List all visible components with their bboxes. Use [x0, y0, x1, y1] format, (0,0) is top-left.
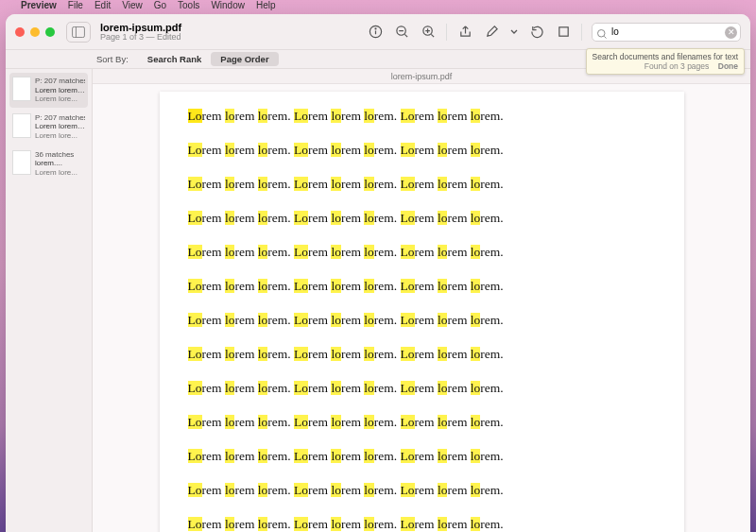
preview-window: lorem-ipsum.pdf Page 1 of 3 — Edited ✕ S…	[6, 14, 750, 532]
search-highlight: Lo	[401, 381, 415, 395]
search-highlight: lo	[438, 313, 448, 327]
search-result-item[interactable]: P: 207 matchesLorem lorem lorem....Lorem…	[9, 73, 88, 108]
search-highlight: lo	[438, 279, 448, 293]
text-line: Lorem lorem lorem. Lorem lorem lorem. Lo…	[188, 347, 656, 362]
text-line: Lorem lorem lorem. Lorem lorem lorem. Lo…	[188, 483, 656, 498]
search-highlight: lo	[364, 347, 374, 361]
menu-view[interactable]: View	[122, 0, 143, 10]
svg-rect-0	[73, 26, 85, 37]
search-highlight: lo	[331, 245, 341, 259]
search-highlight: lo	[258, 279, 268, 293]
search-highlight: Lo	[401, 143, 415, 157]
search-highlight: Lo	[401, 483, 415, 497]
minimize-button[interactable]	[30, 27, 40, 37]
search-highlight: lo	[438, 109, 448, 123]
search-highlight: lo	[258, 177, 268, 191]
search-highlight: lo	[225, 177, 235, 191]
markup-icon[interactable]	[483, 24, 500, 41]
search-highlight: Lo	[401, 245, 415, 259]
share-icon[interactable]	[456, 24, 473, 41]
menu-window[interactable]: Window	[211, 0, 245, 10]
search-highlight: Lo	[188, 381, 202, 395]
search-highlight: lo	[331, 143, 341, 157]
zoom-out-icon[interactable]	[393, 24, 410, 41]
close-button[interactable]	[15, 27, 25, 37]
search-highlight: Lo	[401, 279, 415, 293]
search-highlight: lo	[225, 415, 235, 429]
search-highlight: Lo	[188, 245, 202, 259]
search-highlight: lo	[225, 347, 235, 361]
result-snippet: Lorem lore...	[35, 168, 77, 178]
search-highlight: lo	[225, 313, 235, 327]
search-highlight: lo	[225, 245, 235, 259]
search-result-item[interactable]: P: 207 matchesLorem lorem lorem....Lorem…	[9, 110, 88, 145]
search-highlight: Lo	[188, 143, 202, 157]
titlebar: lorem-ipsum.pdf Page 1 of 3 — Edited ✕	[6, 14, 750, 50]
search-highlight: lo	[438, 517, 448, 531]
search-highlight: lo	[471, 211, 481, 225]
svg-line-14	[604, 36, 606, 38]
search-highlight: lo	[258, 347, 268, 361]
search-highlight: Lo	[294, 483, 308, 497]
search-highlight: Lo	[294, 313, 308, 327]
sort-rank-button[interactable]: Search Rank	[138, 52, 212, 66]
search-highlight: lo	[331, 313, 341, 327]
search-input[interactable]	[611, 26, 723, 37]
menu-go[interactable]: Go	[154, 0, 166, 10]
menu-edit[interactable]: Edit	[94, 0, 111, 10]
zoom-in-icon[interactable]	[420, 24, 437, 41]
tooltip-done[interactable]: Done	[718, 61, 738, 71]
search-highlight: lo	[364, 313, 374, 327]
search-highlight: lo	[331, 483, 341, 497]
search-highlight: Lo	[188, 177, 202, 191]
search-result-item[interactable]: 36 matcheslorem....Lorem lore...	[9, 146, 88, 181]
rotate-icon[interactable]	[528, 24, 545, 41]
info-icon[interactable]	[367, 24, 384, 41]
fullscreen-button[interactable]	[45, 27, 55, 37]
result-match-count: 36 matches	[35, 150, 77, 160]
window-title: lorem-ipsum.pdf	[100, 22, 181, 33]
pdf-page: Lorem lorem lorem. Lorem lorem lorem. Lo…	[160, 92, 684, 532]
menu-file[interactable]: File	[68, 0, 83, 10]
search-highlight: lo	[471, 143, 481, 157]
menu-help[interactable]: Help	[256, 0, 276, 10]
text-line: Lorem lorem lorem. Lorem lorem lorem. Lo…	[188, 449, 656, 464]
text-line: Lorem lorem lorem. Lorem lorem lorem. Lo…	[188, 279, 656, 294]
search-highlight: lo	[331, 279, 341, 293]
search-highlight: lo	[258, 313, 268, 327]
menu-tools[interactable]: Tools	[178, 0, 199, 10]
chevron-down-icon[interactable]	[509, 24, 519, 41]
search-highlight: Lo	[401, 177, 415, 191]
search-highlight: lo	[331, 449, 341, 463]
text-line: Lorem lorem lorem. Lorem lorem lorem. Lo…	[188, 211, 656, 226]
search-highlight: lo	[471, 347, 481, 361]
search-highlight: Lo	[401, 211, 415, 225]
search-highlight: Lo	[294, 449, 308, 463]
page-thumbnail-icon	[12, 77, 31, 101]
search-highlight: lo	[225, 517, 235, 531]
search-highlight: lo	[364, 211, 374, 225]
search-highlight: lo	[225, 109, 235, 123]
page-scroll-area[interactable]: Lorem lorem lorem. Lorem lorem lorem. Lo…	[93, 84, 750, 532]
search-highlight: lo	[258, 517, 268, 531]
search-highlight: lo	[364, 109, 374, 123]
svg-point-4	[375, 28, 376, 29]
search-highlight: lo	[225, 279, 235, 293]
search-highlight: Lo	[401, 313, 415, 327]
search-highlight: Lo	[188, 483, 202, 497]
search-highlight: lo	[471, 245, 481, 259]
search-highlight: lo	[438, 449, 448, 463]
menu-app[interactable]: Preview	[21, 0, 57, 10]
search-highlight: lo	[364, 449, 374, 463]
search-highlight: lo	[258, 449, 268, 463]
search-highlight: Lo	[294, 381, 308, 395]
search-highlight: Lo	[188, 109, 202, 123]
search-highlight: lo	[438, 245, 448, 259]
sidebar-toggle-button[interactable]	[66, 22, 91, 43]
result-match-count: P: 207 matches	[35, 77, 85, 86]
search-highlight: Lo	[294, 415, 308, 429]
clear-search-icon[interactable]: ✕	[725, 26, 737, 39]
sort-page-order-button[interactable]: Page Order	[211, 52, 278, 66]
search-field[interactable]: ✕	[592, 23, 741, 42]
crop-icon[interactable]	[555, 24, 572, 41]
